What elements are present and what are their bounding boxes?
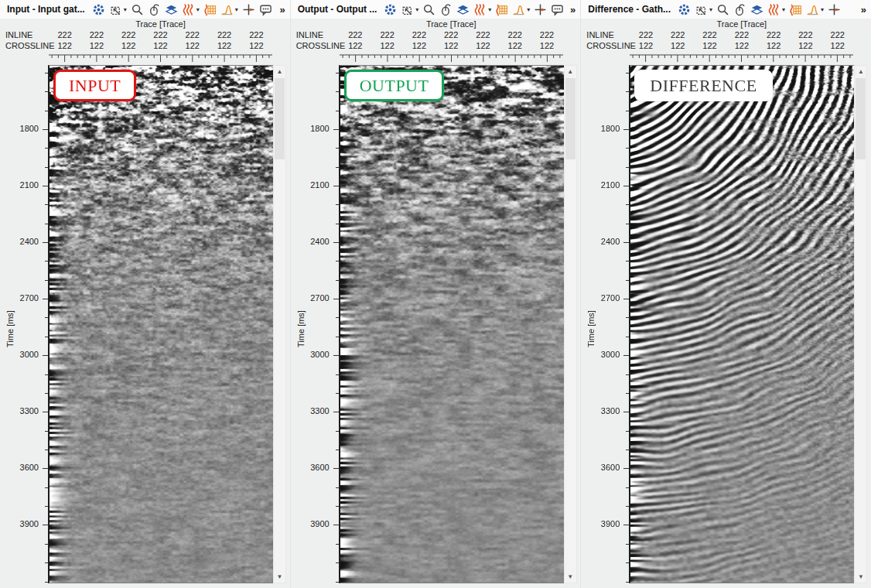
time-axis-label: Time [ms] <box>5 306 15 352</box>
dropdown-caret-icon[interactable]: ▾ <box>709 6 712 13</box>
histogram-icon[interactable] <box>806 3 819 16</box>
grid-icon[interactable] <box>495 3 508 16</box>
scroll-up-button[interactable]: ▲ <box>274 66 285 77</box>
time-tick-label: 2400 <box>601 237 620 246</box>
scroll-down-button[interactable]: ▼ <box>855 571 866 583</box>
crosshair-icon[interactable] <box>242 3 255 16</box>
crossline-value: 122 <box>121 41 135 50</box>
gear-icon[interactable] <box>92 3 105 16</box>
time-axis: Time [ms] 180021002400270030003300360039… <box>291 65 339 583</box>
panel-title[interactable]: Difference - Gath... <box>588 4 671 15</box>
seismic-canvas-output[interactable] <box>340 66 564 583</box>
crossline-value: 122 <box>671 41 685 50</box>
zoom-icon[interactable] <box>716 3 729 16</box>
histogram-icon[interactable] <box>512 3 525 16</box>
overlay-label-input: INPUT <box>53 70 136 101</box>
time-tick-label: 3600 <box>310 463 329 473</box>
inline-value: 222 <box>671 30 685 39</box>
mouse-icon[interactable] <box>148 3 161 16</box>
vertical-scrollbar[interactable]: ▲▼ <box>273 65 286 583</box>
resize-icon[interactable] <box>695 3 708 16</box>
scrollbar-thumb[interactable] <box>856 78 866 159</box>
zoom-icon[interactable] <box>422 3 436 16</box>
comment-icon[interactable] <box>259 3 272 16</box>
time-major-tick <box>623 242 629 243</box>
comment-icon[interactable] <box>551 3 564 16</box>
histogram-icon[interactable] <box>220 3 234 16</box>
time-major-tick <box>623 186 629 186</box>
inline-value: 222 <box>90 30 104 39</box>
grid-icon[interactable] <box>203 3 217 16</box>
dropdown-caret-icon[interactable]: ▾ <box>782 6 785 13</box>
inline-label: INLINE <box>586 30 613 39</box>
toolbar-overflow-button[interactable]: » <box>859 4 868 15</box>
resize-icon[interactable] <box>401 3 414 16</box>
trace-header: Trace [Trace] INLINE CROSSLINE 222222222… <box>0 19 290 65</box>
time-tick-label: 3300 <box>310 407 329 416</box>
time-major-tick <box>43 468 48 469</box>
seismic-canvas-difference[interactable] <box>630 66 854 583</box>
layers-icon[interactable] <box>750 3 763 16</box>
panel-title[interactable]: Input - Input gat... <box>7 4 85 15</box>
waves-icon[interactable] <box>182 3 195 16</box>
inline-value: 222 <box>508 30 522 39</box>
toolbar-overflow-button[interactable]: » <box>569 4 577 15</box>
crosshair-icon[interactable] <box>828 3 841 16</box>
scrollbar-thumb[interactable] <box>565 78 576 159</box>
crossline-value: 122 <box>767 41 780 50</box>
inline-value: 222 <box>380 30 394 39</box>
gear-icon[interactable] <box>384 3 397 16</box>
dropdown-caret-icon[interactable]: ▾ <box>821 6 824 13</box>
time-major-tick <box>333 355 339 356</box>
scroll-down-button[interactable]: ▼ <box>565 571 576 583</box>
time-major-tick <box>333 299 339 299</box>
panel-difference: Difference - Gath... ▾▾▾» Trace [Trace] … <box>580 0 871 588</box>
trace-axis-title: Trace [Trace] <box>630 19 853 29</box>
time-major-tick <box>333 242 339 243</box>
crossline-value: 122 <box>444 41 458 50</box>
crossline-value: 122 <box>831 41 845 50</box>
layers-icon[interactable] <box>165 3 178 16</box>
time-tick-label: 2700 <box>601 293 620 303</box>
panel-title[interactable]: Output - Output ... <box>298 4 377 15</box>
toolbar-overflow-button[interactable]: » <box>278 4 286 15</box>
crossline-value: 122 <box>702 41 716 50</box>
gear-icon[interactable] <box>678 3 691 16</box>
dropdown-caret-icon[interactable]: ▾ <box>196 6 200 13</box>
mouse-icon[interactable] <box>733 3 746 16</box>
time-tick-label: 2100 <box>601 180 620 190</box>
time-tick-label: 3000 <box>20 350 39 360</box>
inline-value: 222 <box>476 30 490 39</box>
zoom-icon[interactable] <box>131 3 144 16</box>
time-tick-label: 3600 <box>601 463 620 473</box>
dropdown-caret-icon[interactable]: ▾ <box>527 6 530 13</box>
time-major-tick <box>623 525 629 525</box>
time-major-tick <box>43 355 48 356</box>
time-tick-label: 3900 <box>20 520 39 529</box>
time-major-tick <box>333 412 339 412</box>
vertical-scrollbar[interactable]: ▲▼ <box>854 65 867 583</box>
dropdown-caret-icon[interactable]: ▾ <box>415 6 418 13</box>
resize-icon[interactable] <box>109 3 122 16</box>
scroll-up-button[interactable]: ▲ <box>855 66 866 77</box>
crosshair-icon[interactable] <box>534 3 547 16</box>
dropdown-caret-icon[interactable]: ▾ <box>488 6 491 13</box>
waves-icon[interactable] <box>473 3 487 16</box>
dropdown-caret-icon[interactable]: ▾ <box>235 6 238 13</box>
layers-icon[interactable] <box>456 3 470 16</box>
mouse-icon[interactable] <box>439 3 453 16</box>
scroll-up-button[interactable]: ▲ <box>565 66 576 77</box>
inline-value: 222 <box>639 30 653 39</box>
seismic-canvas-input[interactable] <box>50 66 273 583</box>
time-tick-label: 3300 <box>20 407 39 416</box>
dropdown-caret-icon[interactable]: ▾ <box>124 6 127 13</box>
panel-input: Input - Input gat... ▾▾▾» Trace [Trace] … <box>0 0 290 588</box>
crossline-value: 122 <box>217 41 231 50</box>
scroll-down-button[interactable]: ▼ <box>274 571 285 583</box>
panel-toolbar: Output - Output ... ▾▾▾» <box>291 0 581 19</box>
time-major-tick <box>623 412 629 412</box>
scrollbar-thumb[interactable] <box>275 78 285 159</box>
grid-icon[interactable] <box>789 3 802 16</box>
vertical-scrollbar[interactable]: ▲▼ <box>564 65 577 583</box>
waves-icon[interactable] <box>767 3 780 16</box>
